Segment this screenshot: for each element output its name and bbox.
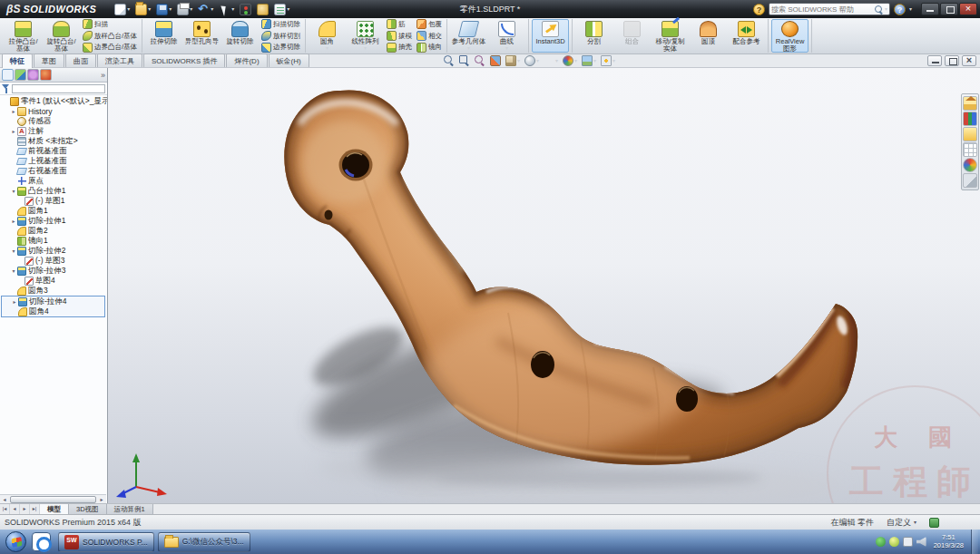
tree-item[interactable]: 右视基准面 xyxy=(1,166,107,176)
tree-item[interactable]: 前视基准面 xyxy=(1,146,107,156)
expander-icon[interactable]: ▾ xyxy=(10,267,17,274)
head-hole[interactable] xyxy=(339,150,373,181)
panel-horizontal-scrollbar[interactable]: ◂ ▸ xyxy=(0,494,106,503)
相交-button[interactable]: 相交 xyxy=(415,31,444,42)
help-assistant-icon[interactable]: ? xyxy=(753,4,765,15)
antivirus-orb-icon[interactable] xyxy=(889,537,899,547)
边界切除-button[interactable]: 边界切除 xyxy=(260,42,302,53)
scroll-right-icon[interactable]: ▸ xyxy=(97,496,106,502)
undo-button[interactable]: ▾ xyxy=(196,3,215,16)
new-button[interactable]: ▾ xyxy=(113,3,132,16)
view-palette-icon[interactable] xyxy=(963,142,977,157)
view-settings-button[interactable]: ▾ xyxy=(600,55,616,66)
scrollbar-thumb[interactable] xyxy=(10,496,96,503)
tag-icon[interactable] xyxy=(929,518,939,528)
tree-item[interactable]: (-) 草图1 xyxy=(1,196,107,206)
tree-item[interactable]: 镜向1 xyxy=(1,236,107,246)
Instant3D-button[interactable]: Instant3D xyxy=(532,19,569,53)
middle-hole[interactable] xyxy=(531,351,554,378)
edit-appearance-button[interactable]: ▾ xyxy=(562,55,578,66)
圆角-button[interactable]: 圆角▾ xyxy=(309,19,346,53)
放样切割-button[interactable]: 放样切割 xyxy=(260,31,302,42)
参考几何体-button[interactable]: 参考几何体▾ xyxy=(450,19,487,53)
print-button[interactable]: ▾ xyxy=(175,3,194,16)
section-view-button[interactable] xyxy=(489,55,502,66)
help-icon[interactable]: ? xyxy=(894,4,906,15)
expander-icon[interactable]: ▸ xyxy=(11,298,18,305)
scroll-left-icon[interactable]: ◂ xyxy=(0,496,9,502)
select-button[interactable]: ▾ xyxy=(217,3,236,16)
ribbon-tab-1[interactable]: 特征 xyxy=(2,53,33,68)
custom-properties-icon[interactable] xyxy=(963,173,977,188)
RealView-图形-button[interactable]: RealView 图形 xyxy=(771,19,808,53)
tree-item[interactable]: 原点 xyxy=(1,176,107,186)
pinned-app-icon[interactable] xyxy=(32,532,51,551)
tree-item[interactable]: ▸切除-拉伸1 xyxy=(1,216,107,226)
taskbar-button-2[interactable]: G:\微信公众号\3... xyxy=(158,532,250,552)
ribbon-tab-5[interactable]: SOLIDWORKS 插件 xyxy=(143,53,225,67)
zoom-fit-button[interactable] xyxy=(443,55,456,66)
taskbar-clock[interactable]: 7:51 2019/3/28 xyxy=(934,534,964,549)
model-3d-view[interactable] xyxy=(0,68,980,503)
旋转凸台-基体-button[interactable]: 旋转凸台/基体 xyxy=(43,19,80,53)
拉伸切除-button[interactable]: 拉伸切除 xyxy=(145,19,182,53)
tree-item[interactable]: ▸切除-拉伸4 xyxy=(2,296,104,306)
doc-tab-2[interactable]: 3D视图 xyxy=(69,504,107,514)
tree-item[interactable]: ▸注解 xyxy=(1,126,107,136)
taskbar-button-1[interactable]: SOLIDWORKS P... xyxy=(58,532,154,552)
close-doc-button[interactable] xyxy=(962,55,976,66)
graphics-area[interactable]: 大國 工程師 » 零件1 (默认<<默认>_显示状态 1▸History传感器▸… xyxy=(0,68,980,503)
配合参考-button[interactable]: 配合参考 xyxy=(728,19,765,53)
search-icon[interactable] xyxy=(875,5,883,14)
display-style-button[interactable]: ▾ xyxy=(524,55,540,66)
search-input[interactable] xyxy=(771,5,873,14)
expander-icon[interactable]: ▸ xyxy=(10,218,17,224)
tree-item[interactable]: 上视基准面 xyxy=(1,156,107,166)
曲线-button[interactable]: 曲线▾ xyxy=(488,19,525,53)
tree-item[interactable]: ▾切除-拉伸2 xyxy=(1,246,107,256)
volume-icon[interactable] xyxy=(916,537,926,547)
show-desktop-button[interactable] xyxy=(971,530,978,554)
tree-item[interactable]: ▾凸台-拉伸1 xyxy=(1,186,107,196)
筋-button[interactable]: 筋 xyxy=(385,19,414,30)
restore-doc-button[interactable] xyxy=(945,55,959,66)
solidworks-resources-icon[interactable] xyxy=(963,96,977,111)
apply-scene-button[interactable]: ▾ xyxy=(581,55,597,66)
prev-tab-icon[interactable]: ◂ xyxy=(10,504,20,514)
search-caret-icon[interactable]: ▾ xyxy=(885,6,887,12)
help-caret-icon[interactable]: ▾ xyxy=(909,6,912,12)
expander-icon[interactable]: ▾ xyxy=(10,188,17,194)
tree-item[interactable]: 圆角4 xyxy=(2,306,104,316)
边界凸台/基体-button[interactable]: 边界凸台/基体 xyxy=(81,42,139,53)
tree-item[interactable]: 圆角1 xyxy=(1,206,107,216)
ribbon-tab-3[interactable]: 曲面 xyxy=(65,53,96,67)
tree-item[interactable]: ▾切除-拉伸3 xyxy=(1,266,107,276)
design-library-icon[interactable] xyxy=(963,112,977,126)
包覆-button[interactable]: 包覆 xyxy=(415,19,444,30)
抽壳-button[interactable]: 抽壳 xyxy=(385,42,414,53)
file-explorer-icon[interactable] xyxy=(963,127,977,141)
ribbon-tab-7[interactable]: 钣金(H) xyxy=(269,53,309,67)
tree-item[interactable]: 草图4 xyxy=(1,276,107,286)
dimxpert-tab-icon[interactable] xyxy=(40,69,52,81)
safety-shield-icon[interactable] xyxy=(876,537,886,547)
edge-notch-hole[interactable] xyxy=(325,210,333,220)
扫描-button[interactable]: 扫描 xyxy=(81,19,139,30)
open-button[interactable]: ▾ xyxy=(133,3,152,16)
拉伸凸台-基体-button[interactable]: 拉伸凸台/基体 xyxy=(5,19,42,53)
放样凸台/基体-button[interactable]: 放样凸台/基体 xyxy=(81,31,139,42)
next-tab-icon[interactable]: ▸ xyxy=(20,504,30,514)
tree-item[interactable]: 圆角2 xyxy=(1,226,107,236)
panel-overflow-icon[interactable]: » xyxy=(101,71,105,80)
doc-tab-1[interactable]: 模型 xyxy=(40,504,69,514)
hide-show-items-button[interactable]: ▾ xyxy=(543,55,559,66)
search-box[interactable]: ▾ xyxy=(769,3,890,15)
minimize-doc-button[interactable] xyxy=(927,55,942,66)
ribbon-tab-6[interactable]: 焊件(D) xyxy=(226,53,267,67)
expander-icon[interactable]: ▸ xyxy=(10,128,17,134)
rebuild-button[interactable] xyxy=(238,3,253,16)
扫描切除-button[interactable]: 扫描切除 xyxy=(260,19,302,30)
minimize-button[interactable] xyxy=(921,3,939,15)
异型孔向导-button[interactable]: 异型孔向导 xyxy=(183,19,220,53)
tree-item[interactable]: 材质 <未指定> xyxy=(1,136,107,146)
